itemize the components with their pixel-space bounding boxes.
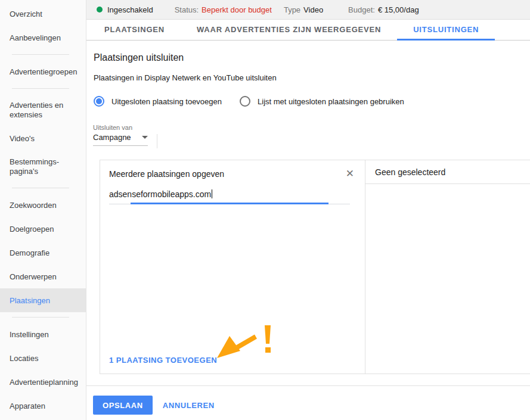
tabstrip: PLAATSINGENWAAR ADVERTENTIES ZIJN WEERGE… xyxy=(86,20,530,41)
main-content: Plaatsingen uitsluiten Plaatsingen in Di… xyxy=(86,41,530,420)
placement-input-value: adsenseformobileapps.com xyxy=(109,189,211,199)
sidebar-item-advertenties-en-extensies[interactable]: Advertenties en extensies xyxy=(0,94,86,126)
input-underline-focus xyxy=(131,203,328,204)
save-button[interactable]: OPSLAAN xyxy=(93,396,153,415)
campaign-state: Ingeschakeld xyxy=(107,5,153,14)
exclusion-mode-radios: Uitgesloten plaatsing toevoegenLijst met… xyxy=(94,96,404,107)
dropdown-arrow-icon xyxy=(142,136,148,139)
status-enabled-icon xyxy=(97,7,103,13)
add-placement-button[interactable]: 1 PLAATSING TOEVOEGEN xyxy=(109,356,217,365)
exclude-from-dropdown[interactable]: Uitsluiten van Campagne xyxy=(93,124,148,146)
sidebar-item-locaties[interactable]: Locaties xyxy=(0,346,86,370)
sidebar-item-demografie[interactable]: Demografie xyxy=(0,241,86,265)
placement-input[interactable]: adsenseformobileapps.com xyxy=(109,189,350,200)
sidebar-item-aanbevelingen[interactable]: Aanbevelingen xyxy=(0,26,86,49)
sidebar-item-doelgroepen[interactable]: Doelgroepen xyxy=(0,217,86,241)
tab-plaatsingen[interactable]: PLAATSINGEN xyxy=(88,20,181,41)
radio-label: Lijst met uitgesloten plaatsingen gebrui… xyxy=(258,97,404,106)
status-label: Status: xyxy=(175,5,199,14)
page-title: Plaatsingen uitsluiten xyxy=(94,52,184,63)
selected-panel-header: Geen geselecteerd xyxy=(365,160,530,184)
placement-entry-panel: Meerdere plaatsingen opgeven ✕ adsensefo… xyxy=(100,160,365,374)
exclude-from-label: Uitsluiten van xyxy=(93,124,148,131)
action-footer: OPSLAAN ANNULEREN xyxy=(93,396,215,415)
exclude-from-value: Campagne xyxy=(93,133,131,142)
sidebar-divider xyxy=(12,317,69,318)
text-caret xyxy=(212,189,212,198)
vertical-divider xyxy=(157,134,157,148)
tab-waar-advertenties-zijn-weergegeven[interactable]: WAAR ADVERTENTIES ZIJN WEERGEGEVEN xyxy=(181,20,397,41)
selected-placements-panel: Geen geselecteerd xyxy=(365,160,530,374)
sidebar-item-advertentiegroepen[interactable]: Advertentiegroepen xyxy=(0,60,86,83)
campaign-status-bar: Ingeschakeld Status: Beperkt door budget… xyxy=(86,0,530,20)
sidebar-item-instellingen[interactable]: Instellingen xyxy=(0,322,86,346)
sidebar-item-overzicht[interactable]: Overzicht xyxy=(0,2,86,26)
close-icon[interactable]: ✕ xyxy=(346,169,354,179)
placement-picker-card: Meerdere plaatsingen opgeven ✕ adsensefo… xyxy=(100,160,530,374)
orange-arrow-annotation xyxy=(212,321,284,364)
sidebar-item-advertentieplanning[interactable]: Advertentieplanning xyxy=(0,370,86,394)
radio-uitgesloten-plaatsing-toevoegen[interactable]: Uitgesloten plaatsing toevoegen xyxy=(94,96,222,107)
page-subtitle: Plaatsingen in Display Netwerk en YouTub… xyxy=(94,73,277,82)
radio-button-icon xyxy=(94,96,104,107)
status-value[interactable]: Beperkt door budget xyxy=(202,5,272,14)
sidebar-divider xyxy=(12,188,69,188)
sidebar-item-zoekwoorden[interactable]: Zoekwoorden xyxy=(0,193,86,217)
radio-lijst-met-uitgesloten-plaatsingen-gebruiken[interactable]: Lijst met uitgesloten plaatsingen gebrui… xyxy=(240,96,404,107)
tab-uitsluitingen[interactable]: UITSLUITINGEN xyxy=(397,20,495,41)
sidebar-item-onderwerpen[interactable]: Onderwerpen xyxy=(0,265,86,288)
sidebar-item-apparaten[interactable]: Apparaten xyxy=(0,394,86,418)
radio-button-icon xyxy=(240,96,250,107)
entry-panel-title: Meerdere plaatsingen opgeven xyxy=(109,169,224,179)
budget-label: Budget: xyxy=(348,5,375,14)
radio-label: Uitgesloten plaatsing toevoegen xyxy=(111,97,222,106)
footer-divider xyxy=(86,385,530,386)
type-value: Video xyxy=(303,5,323,14)
sidebar-divider xyxy=(12,88,69,89)
sidebar: OverzichtAanbevelingenAdvertentiegroepen… xyxy=(0,0,86,420)
sidebar-item-video-s[interactable]: Video's xyxy=(0,126,86,150)
sidebar-item-plaatsingen[interactable]: Plaatsingen xyxy=(0,288,86,312)
sidebar-item-bestemmings-pagina-s[interactable]: Bestemmings-pagina's xyxy=(0,150,86,183)
sidebar-divider xyxy=(12,54,69,55)
type-label: Type xyxy=(284,5,300,14)
budget-value[interactable]: € 15,00/dag xyxy=(378,5,419,14)
cancel-button[interactable]: ANNULEREN xyxy=(163,401,215,410)
